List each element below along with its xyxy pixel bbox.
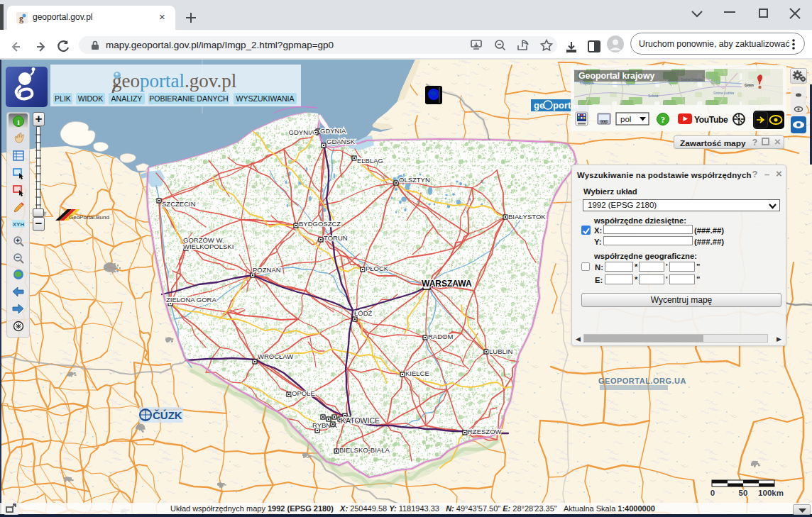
svg-text:ge: ge [534,100,544,111]
svg-text:WMS: WMS [600,121,608,125]
svg-text:WIELKOPOLSKI: WIELKOPOLSKI [183,243,234,250]
svg-text:TORUŃ: TORUŃ [324,234,348,242]
svg-text:BIAŁYSTOK: BIAŁYSTOK [508,213,546,221]
svg-text:0: 0 [710,489,715,497]
svg-text:POZNAŃ: POZNAŃ [253,266,281,274]
svg-text:Sobota: Sobota [648,94,659,98]
svg-text:Gmin: Gmin [745,83,754,87]
svg-text:SZCZECIN: SZCZECIN [162,200,196,208]
svg-text:Kwidzynie: Kwidzynie [580,82,595,85]
svg-text:OLSZTYN: OLSZTYN [399,176,430,184]
svg-text:100km: 100km [758,489,784,497]
svg-text:KATOWICE: KATOWICE [341,416,380,425]
svg-text:GeoPortal.Bund: GeoPortal.Bund [69,214,109,221]
svg-text:pol: pol [620,115,631,123]
svg-text:BYDGOSZCZ: BYDGOSZCZ [299,220,341,228]
svg-text:50: 50 [739,489,748,497]
svg-text:YouTube: YouTube [694,115,728,125]
svg-text:RZESZÓW: RZESZÓW [468,428,502,435]
svg-text:ČÚZK: ČÚZK [153,409,182,421]
svg-text:RADOM: RADOM [428,333,453,340]
svg-text:XYH: XYH [13,221,25,228]
svg-text:OPOLE: OPOLE [292,389,315,397]
svg-text:ŁÓDŹ: ŁÓDŹ [354,309,373,317]
svg-text:ZIELONA GÓRA: ZIELONA GÓRA [166,296,216,304]
svg-text:GDYNIA: GDYNIA [289,128,315,136]
svg-text:KIELCE: KIELCE [405,369,429,377]
svg-text:WROCŁAW: WROCŁAW [258,352,293,360]
svg-text:i: i [17,118,19,126]
svg-text:GDYNIA: GDYNIA [320,127,346,135]
svg-text:GEOPORTAL.ORG.UA: GEOPORTAL.ORG.UA [598,377,686,385]
svg-text:LUBLIN: LUBLIN [489,348,512,355]
svg-text:WARSZAWA: WARSZAWA [422,279,472,289]
svg-text:GDAŃSK: GDAŃSK [327,138,356,145]
svg-text:BIELSKO-BIAŁA: BIELSKO-BIAŁA [339,446,390,454]
svg-text:PŁOCK: PŁOCK [366,265,389,272]
svg-text:ELBLĄG: ELBLĄG [357,157,383,165]
svg-text:?: ? [661,115,665,125]
svg-text:Gmina Lodzka: Gmina Lodzka [713,91,735,95]
